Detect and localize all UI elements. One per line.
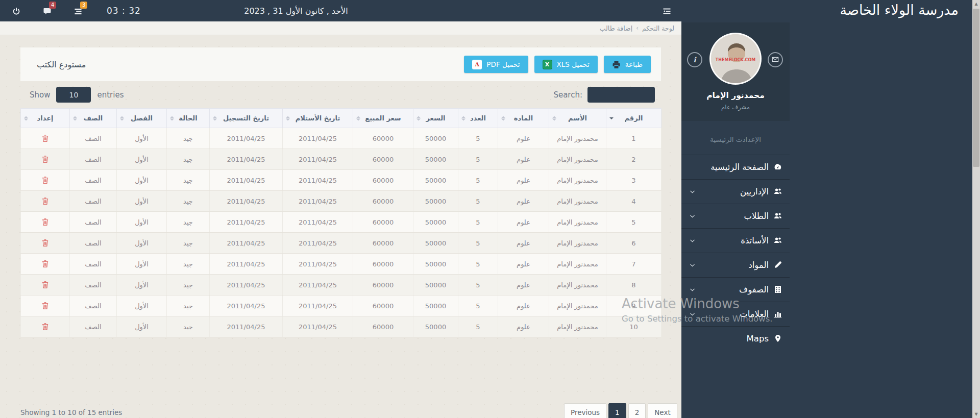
power-icon[interactable]	[12, 6, 20, 16]
page-size-select[interactable]: 10	[56, 87, 91, 103]
sidebar-item-home[interactable]: الصفحة الرئيسية	[681, 155, 790, 179]
cell-actions	[21, 191, 70, 212]
cell-name: محمدنور الإمام	[549, 254, 606, 275]
column-header-price[interactable]: السعر	[413, 109, 458, 128]
column-header-name[interactable]: الأسم	[549, 109, 606, 128]
show-label: Show	[30, 90, 50, 100]
avatar[interactable]: THEMELOCK.COM	[709, 33, 762, 85]
sidebar-item-label: المواد	[748, 260, 769, 270]
tasks-icon[interactable]: 3	[74, 6, 82, 16]
export-buttons: تحميل PDF A تحميل XLS X طباعة	[464, 56, 651, 73]
users-icon	[774, 236, 782, 244]
cell-name: محمدنور الإمام	[549, 212, 606, 233]
cell-semester: الأول	[117, 191, 167, 212]
cell-sale_price: 60000	[353, 128, 413, 149]
page-button-previous[interactable]: Previous	[564, 403, 606, 418]
delete-row-button[interactable]	[41, 134, 49, 142]
table-row: 7محمدنور الإمامعلوم550000600002011/04/25…	[21, 254, 662, 275]
mail-button[interactable]	[768, 52, 783, 67]
cell-receive_date: 2011/04/25	[283, 128, 353, 149]
cell-sale_price: 60000	[353, 275, 413, 296]
search-label: Search:	[553, 90, 582, 100]
cell-status: جيد	[167, 275, 210, 296]
table-row: 3محمدنور الإمامعلوم550000600002011/04/25…	[21, 170, 662, 191]
delete-row-button[interactable]	[41, 302, 49, 310]
delete-row-button[interactable]	[41, 197, 49, 205]
sidebar-toggle-icon[interactable]	[663, 6, 671, 16]
cell-register_date: 2011/04/25	[210, 275, 283, 296]
scrollbar-thumb[interactable]	[973, 9, 979, 167]
header-date: الأحد , كانون الأول 31 , 2023	[219, 6, 373, 16]
column-header-register_date[interactable]: تاريخ التسجيل	[210, 109, 283, 128]
sidebar-item-students[interactable]: الطلاب	[681, 204, 790, 228]
column-header-grade[interactable]: الصف	[70, 109, 117, 128]
cell-receive_date: 2011/04/25	[283, 296, 353, 316]
delete-row-button[interactable]	[41, 260, 49, 268]
page-scrollbar[interactable]: ▲ ▼	[972, 0, 980, 418]
delete-row-button[interactable]	[41, 239, 49, 247]
delete-row-button[interactable]	[41, 281, 49, 289]
table-header-row: الرقمالأسمالمادةالعددالسعرسعر المبيعتاري…	[21, 109, 662, 128]
column-header-receive_date[interactable]: تاريخ الأستلام	[283, 109, 353, 128]
delete-row-button[interactable]	[41, 218, 49, 226]
delete-row-button[interactable]	[41, 323, 49, 331]
table-info: Showing 1 to 10 of 15 entries	[20, 408, 122, 416]
cell-price: 50000	[413, 316, 458, 337]
info-button[interactable]: i	[687, 52, 702, 67]
column-header-status[interactable]: الحالة	[167, 109, 210, 128]
cell-receive_date: 2011/04/25	[283, 233, 353, 254]
breadcrumb-root[interactable]: لوحة التحكم	[642, 24, 674, 32]
column-header-count[interactable]: العدد	[458, 109, 498, 128]
page-button-2[interactable]: 2	[628, 403, 646, 418]
chat-icon[interactable]: 4	[43, 6, 52, 16]
cell-grade: الصف	[70, 275, 117, 296]
page-button-next[interactable]: Next	[648, 403, 677, 418]
trash-icon	[41, 302, 49, 310]
sidebar-item-grades[interactable]: العلامات	[681, 302, 790, 326]
cell-subject: علوم	[498, 128, 549, 149]
column-header-semester[interactable]: الفصل	[117, 109, 167, 128]
cell-sale_price: 60000	[353, 170, 413, 191]
cell-register_date: 2011/04/25	[210, 233, 283, 254]
cell-receive_date: 2011/04/25	[283, 275, 353, 296]
cell-subject: علوم	[498, 170, 549, 191]
pagination: Previous12Next	[564, 403, 677, 418]
pdf-button[interactable]: تحميل PDF A	[464, 56, 528, 73]
cell-grade: الصف	[70, 191, 117, 212]
cell-semester: الأول	[117, 233, 167, 254]
cell-status: جيد	[167, 149, 210, 170]
trash-icon	[41, 260, 49, 268]
trash-icon	[41, 197, 49, 205]
table-row: 4محمدنور الإمامعلوم550000600002011/04/25…	[21, 191, 662, 212]
users-icon	[774, 212, 782, 220]
delete-row-button[interactable]	[41, 155, 49, 163]
search-input[interactable]	[587, 87, 655, 103]
pdf-file-icon: A	[472, 60, 482, 69]
cell-count: 5	[458, 149, 498, 170]
cell-status: جيد	[167, 254, 210, 275]
sidebar-item-admins[interactable]: الإداريين	[681, 179, 790, 204]
print-button[interactable]: طباعة	[604, 56, 651, 73]
sidebar-item-teachers[interactable]: الأساتذة	[681, 228, 790, 253]
page-button-1[interactable]: 1	[608, 403, 626, 418]
cell-id: 6	[606, 233, 662, 254]
cell-id: 4	[606, 191, 662, 212]
cell-register_date: 2011/04/25	[210, 128, 283, 149]
sidebar-item-maps[interactable]: Maps	[681, 326, 790, 351]
scroll-up-arrow[interactable]: ▲	[972, 0, 980, 8]
cell-receive_date: 2011/04/25	[283, 254, 353, 275]
column-header-sale_price[interactable]: سعر المبيع	[353, 109, 413, 128]
table-row: 6محمدنور الإمامعلوم550000600002011/04/25…	[21, 233, 662, 254]
sidebar-item-subjects[interactable]: المواد	[681, 253, 790, 277]
xls-button[interactable]: تحميل XLS X	[534, 56, 598, 73]
delete-row-button[interactable]	[41, 176, 49, 184]
sidebar-section-label: الإعدادت الرئيسية	[681, 135, 790, 143]
sidebar-item-classes[interactable]: الصفوف	[681, 277, 790, 302]
column-header-actions[interactable]: إعداد	[21, 109, 70, 128]
cell-subject: علوم	[498, 149, 549, 170]
cell-count: 5	[458, 275, 498, 296]
column-header-id[interactable]: الرقم	[606, 109, 662, 128]
cell-grade: الصف	[70, 212, 117, 233]
column-header-subject[interactable]: المادة	[498, 109, 549, 128]
scroll-down-arrow[interactable]: ▼	[972, 410, 980, 418]
